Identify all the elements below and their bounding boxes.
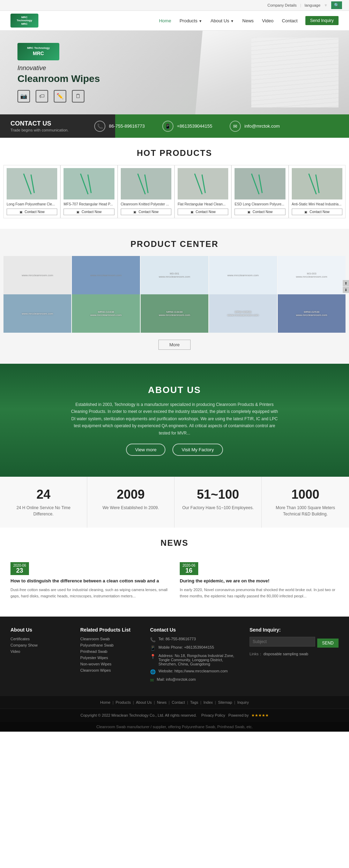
product-card-5[interactable]: Anti-Static Mini Head Industria... ▣ Con… [289,165,346,218]
more-button[interactable]: More [158,340,191,350]
powered-by: Powered by [228,713,248,717]
privacy-link[interactable]: Privacy Policy [201,713,225,717]
hero-logo: MRC TechnologyMRC [17,43,59,60]
footer-nav-5[interactable]: Tags [190,700,198,704]
footer-nav-1[interactable]: Products [116,700,131,704]
footer-links-value[interactable]: disposable sampling swab [263,652,308,656]
stat-label-3: More Than 1000 Square Meters Technical R… [269,505,342,517]
pc-img-row1-3: www.mrcclearnroom.com [209,256,277,294]
nav-home[interactable]: Home [158,17,172,25]
inquiry-input[interactable] [250,637,315,647]
hero-icons: 📷 🏷 ✏️ 🗒 [17,90,100,103]
pc-card-row2-4[interactable]: MRW-02538www.mrcclearnroom.com [278,294,346,333]
about-text: Established in 2003, Technology is a man… [70,401,279,437]
nav-news[interactable]: News [242,17,254,25]
contact-now-btn-5[interactable]: ▣ Contact Now [292,209,342,215]
footer-col3-title: Contact Us [150,627,239,633]
contact-phone: 📞 86-755-89616773 [94,121,145,132]
footer: About Us CertificatesCompany ShowVideo R… [0,617,349,696]
company-details-link[interactable]: Company Details [267,3,297,7]
footer-nav-2[interactable]: About Us [136,700,152,704]
footer-col4-title: Send Inquiry: [250,627,339,633]
product-card-1[interactable]: MFS-707 Rectangular Head P... ▣ Contact … [60,165,117,218]
product-card-3[interactable]: Flat Rectangular Head Clean... ▣ Contact… [174,165,231,218]
pc-img-row1-2: M3-001www.mrcclearnroom.com [141,256,208,294]
footer-product-link-1[interactable]: Polyurethane Swab [80,643,140,647]
footer-about-link-2[interactable]: Video [10,649,70,654]
stat-item-0: 24 24 H Online Service No Time Differenc… [0,477,87,528]
footer-about-link-0[interactable]: Certificates [10,637,70,641]
nav-products[interactable]: Products ▼ [179,17,203,25]
hot-products-title: HOT PRODUCTS [0,138,349,165]
footer-nav-6[interactable]: Index [203,700,213,704]
footer-product-link-2[interactable]: Printhead Swab [80,649,140,654]
nav-contact[interactable]: Contact [281,17,298,25]
footer-nav-0[interactable]: Home [100,700,110,704]
footer-product-link-5[interactable]: Cleanroom Wipes [80,668,140,672]
pc-card-row2-3[interactable]: MRW-W3538www.mrcclearnroom.com [209,294,277,333]
footer-col2-title: Related Products List [80,627,140,633]
header: MRCTechnologyMRC Home Products ▼ About U… [0,11,349,31]
view-more-btn[interactable]: View more [126,444,165,456]
footer-nav-3[interactable]: News [157,700,167,704]
news-card-1[interactable]: 2020-06 16 During the epidemic, we are o… [180,558,339,603]
contact-now-btn-0[interactable]: ▣ Contact Now [7,209,57,215]
edit-icon[interactable]: ✏️ [54,90,66,103]
language-selector[interactable]: language [305,3,320,7]
main-nav: Home Products ▼ About Us ▼ News Video Co… [158,16,339,25]
mobile-icon: 📱 [162,121,173,132]
product-card-0[interactable]: Long Foam Polyurethane Cle... ▣ Contact … [3,165,60,218]
label-icon[interactable]: 🏷 [36,90,48,103]
pc-card-row1-0[interactable]: www.mrcclearnroom.com [3,256,71,294]
footer-bottom-nav: Home|Products|About Us|News|Contact|Tags… [0,696,349,709]
product-img-1 [64,168,114,199]
footer-tagline: Cleanroom Swab manufacturer / supplier, … [0,722,349,732]
contact-now-btn-1[interactable]: ▣ Contact Now [64,209,114,215]
footer-product-link-4[interactable]: Non-woven Wipes [80,662,140,666]
stat-item-1: 2009 We Were Established In 2009. [87,477,174,528]
nav-video[interactable]: Video [261,17,274,25]
product-center-wrapper: www.mrcclearnroom.com www.mrcclearnroom.… [0,256,349,336]
stats-section: 24 24 H Online Service No Time Differenc… [0,477,349,528]
camera-icon[interactable]: 📷 [17,90,30,103]
product-name-2: Cleanroom Knitted Polyester ... [121,202,171,206]
product-img-4 [235,168,285,199]
product-img-2 [121,168,171,199]
product-card-2[interactable]: Cleanroom Knitted Polyester ... ▣ Contac… [118,165,174,218]
scroll-up-btn[interactable]: ⬆ [343,280,349,286]
pc-img-row2-2: MRW-G3438www.mrcclearnroom.com [141,294,208,333]
product-center-section: PRODUCT CENTER www.mrcclearnroom.com www… [0,229,349,364]
send-inquiry-btn[interactable]: Send Inquiry [305,16,339,25]
contact-now-btn-3[interactable]: ▣ Contact Now [178,209,228,215]
footer-mobile: 📱 Mobile Phone: +8613539044155 [150,645,239,651]
search-button[interactable]: 🔍 [331,1,342,9]
about-buttons: View more Visit My Factory [10,444,339,456]
inquiry-send-btn[interactable]: SEND [317,639,339,648]
nav-about[interactable]: About Us ▼ [210,17,235,25]
pc-card-row2-2[interactable]: MRW-G3438www.mrcclearnroom.com [141,294,208,333]
visit-factory-btn[interactable]: Visit My Factory [172,444,223,456]
pc-card-row2-1[interactable]: MRW-G3438www.mrcclearnroom.com [72,294,140,333]
footer-nav-7[interactable]: Sitemap [218,700,232,704]
footer-about-link-1[interactable]: Company Show [10,643,70,647]
product-card-4[interactable]: ESD Long Cleanroom Polyure... ▣ Contact … [231,165,288,218]
pc-card-row1-3[interactable]: www.mrcclearnroom.com [209,256,277,294]
pc-card-row1-4[interactable]: M3-003www.mrcclearnroom.com [278,256,346,294]
footer-product-link-3[interactable]: Polyester Wipes [80,656,140,660]
stat-label-2: Our Factory Have 51~100 Employees. [181,505,254,511]
footer-nav-8[interactable]: Inquiry [237,700,249,704]
footer-nav-4[interactable]: Contact [172,700,185,704]
news-card-0[interactable]: 2020-06 23 How to distinguish the differ… [10,558,169,603]
pc-card-row1-1[interactable]: www.mrcclearnroom.com [72,256,140,294]
contact-now-btn-4[interactable]: ▣ Contact Now [235,209,285,215]
pc-card-row2-0[interactable]: www.mrcclearnroom.com [3,294,71,333]
copy-icon[interactable]: 🗒 [72,90,84,103]
contact-now-btn-2[interactable]: ▣ Contact Now [121,209,171,215]
more-btn-wrap: More [0,336,349,357]
pc-img-row2-0: www.mrcclearnroom.com [3,294,71,333]
pc-card-row1-2[interactable]: M3-001www.mrcclearnroom.com [141,256,208,294]
scroll-down-btn[interactable]: ⬇ [343,287,349,293]
footer-product-link-0[interactable]: Cleanroom Swab [80,637,140,641]
pc-img-row1-1: www.mrcclearnroom.com [72,256,140,294]
news-excerpt-1: In early 2020, Novel coronavirus pneumon… [180,587,339,599]
